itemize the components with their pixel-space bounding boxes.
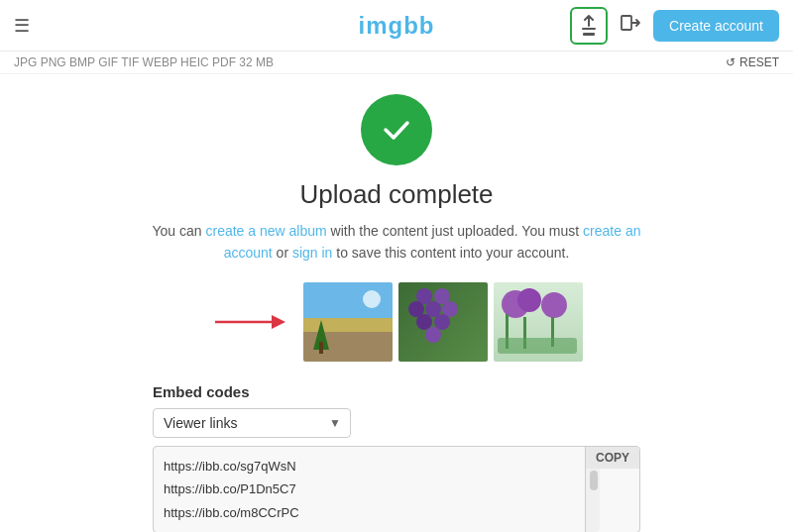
- embed-select-wrapper: Viewer links Direct links HTML full link…: [153, 408, 351, 438]
- leaves: [498, 338, 577, 354]
- desc-text-4: to save this content into your account.: [332, 245, 569, 261]
- flower3: [541, 292, 567, 318]
- login-icon[interactable]: [616, 8, 645, 43]
- scrollbar-thumb: [590, 471, 598, 490]
- upload-icon-button[interactable]: [570, 7, 608, 45]
- upload-cloud-icon: [579, 15, 599, 31]
- create-account-button[interactable]: Create account: [653, 10, 779, 42]
- reset-label: RESET: [739, 55, 779, 69]
- description: You can create a new album with the cont…: [149, 220, 644, 265]
- embed-link-1: https://ibb.co/sg7qWsN: [164, 455, 575, 478]
- sub-header: JPG PNG BMP GIF TIF WEBP HEIC PDF 32 MB …: [0, 52, 793, 74]
- header-right: Create account: [570, 7, 779, 45]
- copy-button[interactable]: COPY: [586, 447, 639, 469]
- embed-links-box: https://ibb.co/sg7qWsN https://ibb.co/P1…: [153, 446, 640, 532]
- desc-text-2: with the content just uploaded. You must: [327, 223, 583, 239]
- images-row: [303, 282, 583, 362]
- main-content: Upload complete You can create a new alb…: [0, 74, 793, 532]
- embed-section: Embed codes Viewer links Direct links HT…: [139, 383, 654, 532]
- thumbnail-beach[interactable]: [303, 282, 393, 362]
- thumbnail-flowers[interactable]: [494, 282, 583, 362]
- header: ☰ imgbb Create account: [0, 0, 793, 52]
- header-left: ☰: [14, 15, 30, 37]
- reset-icon: ↺: [726, 55, 736, 69]
- desc-text-1: You can: [153, 223, 206, 239]
- embed-select[interactable]: Viewer links Direct links HTML full link…: [153, 408, 351, 438]
- embed-codes-title: Embed codes: [153, 383, 640, 400]
- file-types-label: JPG PNG BMP GIF TIF WEBP HEIC PDF 32 MB: [14, 55, 274, 69]
- images-section: [14, 282, 779, 362]
- embed-link-3: https://ibb.co/m8CCrPC: [164, 501, 575, 524]
- embed-link-2: https://ibb.co/P1Dn5C7: [164, 478, 575, 500]
- reset-button[interactable]: ↺ RESET: [726, 55, 779, 69]
- arrow-container: [210, 307, 289, 337]
- sun-shape: [363, 290, 381, 308]
- login-arrow-icon: [620, 12, 641, 34]
- svg-marker-3: [272, 315, 285, 329]
- desc-text-3: or: [273, 245, 292, 261]
- upload-bar: [583, 33, 595, 36]
- logo: imgbb: [359, 12, 435, 40]
- success-circle: [361, 94, 432, 165]
- grapes-cluster: [408, 288, 473, 348]
- red-arrow-icon: [210, 307, 289, 337]
- thumbnail-grapes[interactable]: [398, 282, 488, 362]
- checkmark-icon: [378, 111, 415, 149]
- embed-links-right: COPY: [585, 447, 639, 532]
- create-album-link[interactable]: create a new album: [206, 223, 327, 239]
- hamburger-icon[interactable]: ☰: [14, 15, 30, 37]
- upload-complete-title: Upload complete: [299, 179, 493, 210]
- embed-links-text: https://ibb.co/sg7qWsN https://ibb.co/P1…: [154, 447, 585, 532]
- svg-rect-1: [622, 16, 631, 30]
- tree-trunk: [319, 342, 323, 354]
- sign-in-link[interactable]: sign in: [292, 245, 332, 261]
- scrollbar[interactable]: [586, 469, 600, 532]
- flower2: [517, 288, 541, 312]
